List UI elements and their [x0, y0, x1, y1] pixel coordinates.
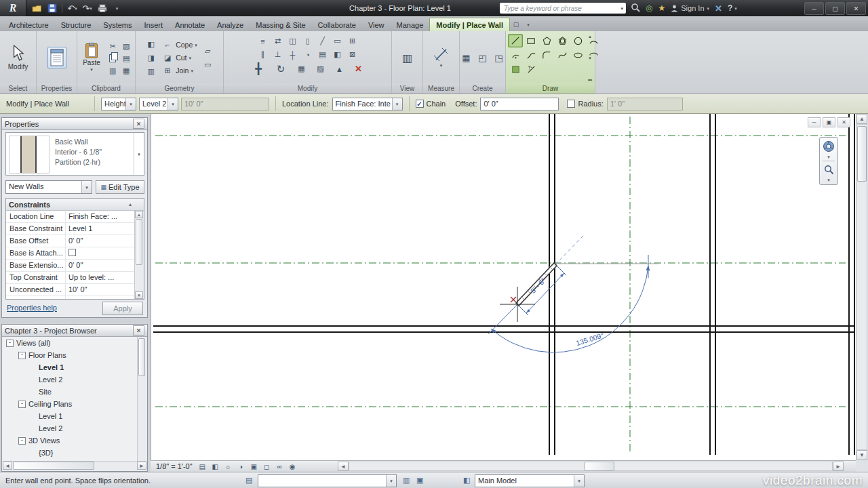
tab-modify-place-wall[interactable]: Modify | Place Wall: [429, 18, 510, 31]
design-options-icon[interactable]: ◧: [463, 476, 470, 485]
browser-scroll-right-button[interactable]: ►: [137, 462, 146, 470]
tree-item-3d-views[interactable]: -3D Views: [3, 434, 138, 447]
search-input[interactable]: [502, 4, 620, 13]
copy-button[interactable]: ▤: [315, 48, 330, 61]
requests-icon[interactable]: ▣: [416, 476, 423, 485]
undo-button[interactable]: ↶▾: [65, 2, 79, 15]
create-group-button[interactable]: ▦: [459, 50, 474, 65]
project-browser-close-button[interactable]: ✕: [133, 325, 144, 336]
draw-circumscribed-polygon-button[interactable]: [555, 34, 570, 47]
type-selector[interactable]: Basic Wall Interior - 6 1/8" Partition (…: [5, 132, 144, 176]
apply-type-button[interactable]: ▤: [119, 52, 134, 65]
unpin-button[interactable]: ◔: [300, 48, 315, 61]
join-geometry-button[interactable]: ⊞Join▾: [161, 64, 197, 77]
copy-to-clipboard-button[interactable]: [106, 52, 120, 65]
move-button[interactable]: ╋: [250, 62, 267, 75]
beam-joins-button[interactable]: ▭: [201, 58, 215, 71]
tab-view[interactable]: View: [362, 18, 391, 31]
pick-lines-button[interactable]: [524, 62, 538, 76]
save-button[interactable]: [45, 2, 59, 15]
redo-button[interactable]: ↷▾: [80, 2, 94, 15]
grid-scroll-down-button[interactable]: ▼: [135, 291, 143, 299]
draw-spline-button[interactable]: [555, 48, 570, 62]
constraints-group-header[interactable]: Constraints ▴: [6, 199, 144, 211]
close-button[interactable]: ✕: [846, 2, 866, 15]
shadows-button[interactable]: ◑: [235, 462, 247, 471]
offset-input[interactable]: 0' 0": [480, 98, 559, 110]
collapse-icon[interactable]: -: [18, 401, 26, 408]
temporary-hide-isolate-button[interactable]: ∞: [274, 462, 285, 471]
location-line-select[interactable]: Finish Face: Inte▾: [332, 98, 403, 110]
draw-tangent-arc-button[interactable]: [524, 48, 538, 62]
model-walls[interactable]: [153, 114, 854, 455]
trim-extend-button[interactable]: ▭: [330, 35, 344, 47]
exchange-apps-button[interactable]: ✕: [715, 3, 722, 14]
cut-to-clipboard-button[interactable]: ✂: [106, 40, 120, 53]
mirror-draw-axis-button[interactable]: ▯: [300, 35, 315, 47]
cope-button[interactable]: ⌐Cope▾: [161, 39, 197, 52]
tab-structure[interactable]: Structure: [55, 18, 98, 31]
draw-fillet-arc-button[interactable]: [539, 48, 554, 62]
delete-button[interactable]: ✕: [351, 62, 366, 75]
tree-item-floor-plans[interactable]: -Floor Plans: [3, 349, 138, 361]
tree-item-views[interactable]: -Views (all): [3, 337, 138, 349]
browser-hscroll-thumb[interactable]: [13, 462, 94, 470]
gallery-up-icon[interactable]: ▴: [589, 34, 591, 39]
tree-item-level-2[interactable]: Level 2: [3, 373, 138, 386]
property-row[interactable]: Base Extensio...0' 0": [6, 260, 144, 272]
search-caret-icon[interactable]: ▾: [620, 6, 623, 11]
create-parts-button[interactable]: ◳: [492, 50, 507, 65]
group-button[interactable]: ⊠: [345, 48, 359, 61]
rotate-button[interactable]: ↻: [272, 62, 290, 75]
view-restore-button[interactable]: ▣: [823, 117, 835, 127]
property-row[interactable]: Top Offset0' 0": [6, 296, 144, 300]
properties-palette-header[interactable]: Properties ✕: [2, 118, 147, 130]
draw-inscribed-polygon-button[interactable]: [539, 34, 554, 47]
radius-checkbox[interactable]: [567, 100, 575, 108]
chain-checkbox[interactable]: ✓: [416, 100, 424, 108]
scale-button[interactable]: 1/8" = 1'-0": [153, 462, 195, 470]
align-button[interactable]: ≡: [256, 35, 270, 47]
zoom-caret-icon[interactable]: ▾: [827, 178, 830, 182]
array-button[interactable]: ┼: [285, 48, 300, 61]
hscroll-thumb[interactable]: [585, 462, 614, 471]
collapse-icon[interactable]: -: [18, 352, 26, 359]
wheel-caret-icon[interactable]: ▾: [827, 155, 830, 159]
grid-scroll-thumb[interactable]: [136, 219, 142, 265]
tree-item-3d[interactable]: {3D}: [3, 447, 138, 459]
type-selector-dropdown[interactable]: ▾: [134, 133, 144, 175]
delete-clipboard-button[interactable]: ▥: [106, 64, 120, 77]
property-row[interactable]: Top ConstraintUp to level: ...: [6, 272, 144, 284]
offset-button[interactable]: ⇄: [271, 35, 285, 47]
create-similar-button[interactable]: ▲: [332, 62, 347, 75]
clipboard-extra-button[interactable]: ▦: [119, 64, 134, 77]
pick-face-button[interactable]: [508, 62, 523, 76]
base-attached-checkbox[interactable]: [68, 249, 76, 256]
split-face-button[interactable]: ▥: [144, 65, 158, 78]
vscroll-up-button[interactable]: ▲: [856, 114, 867, 124]
tree-item-ceiling-plans[interactable]: -Ceiling Plans: [3, 398, 138, 410]
vscroll-thumb[interactable]: [857, 126, 867, 182]
properties-help-link[interactable]: Properties help: [7, 304, 57, 312]
tree-item-ceiling-level-1[interactable]: Level 1: [3, 410, 138, 422]
view-close-button[interactable]: ✕: [837, 117, 850, 127]
active-workset-select[interactable]: ▾: [258, 474, 397, 487]
worksets-icon[interactable]: ▤: [245, 476, 252, 485]
property-row[interactable]: Location LineFinish Face: ...: [6, 211, 144, 223]
cut-geometry-button[interactable]: ◪Cut▾: [161, 52, 197, 64]
zoom-button[interactable]: [821, 163, 836, 176]
pin-button[interactable]: ⊥: [271, 48, 285, 61]
draw-line-button[interactable]: [508, 34, 523, 47]
demolish-tool-button[interactable]: ▨: [313, 62, 328, 75]
ribbon-minimize-button[interactable]: ▾: [522, 19, 534, 30]
gallery-down-icon[interactable]: ▾: [589, 56, 591, 60]
draw-ellipse-button[interactable]: [570, 48, 585, 62]
paste-aligned-button[interactable]: ◧: [330, 48, 344, 61]
properties-toggle-button[interactable]: [47, 47, 66, 68]
draw-circle-button[interactable]: [570, 34, 585, 47]
split-element-button[interactable]: ╱: [315, 35, 330, 47]
modify-tool-button[interactable]: Modify: [5, 43, 31, 73]
extend-button[interactable]: ⊞: [345, 35, 359, 47]
wall-join-edit-button[interactable]: ▦: [294, 62, 309, 75]
scale-button[interactable]: ∥: [256, 48, 270, 61]
